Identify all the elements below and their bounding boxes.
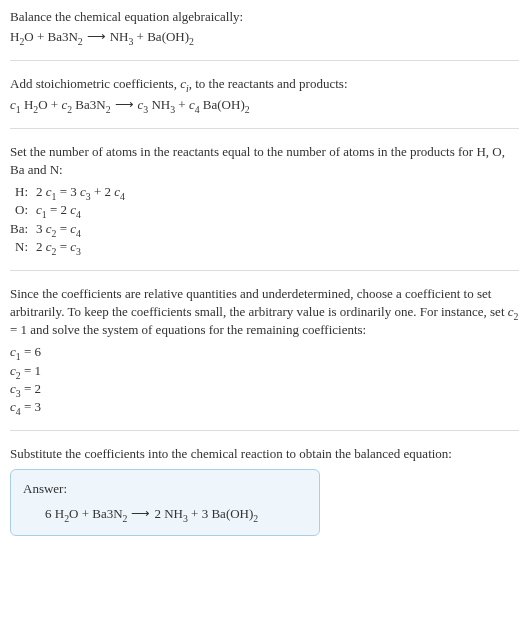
answer-intro: Substitute the coefficients into the che… bbox=[10, 445, 519, 463]
section-solve: Since the coefficients are relative quan… bbox=[10, 285, 519, 431]
table-row: H: 2 c1 = 3 c3 + 2 c4 bbox=[10, 183, 131, 201]
coefficients-text: Add stoichiometric coefficients, ci, to … bbox=[10, 75, 519, 93]
section-intro: Balance the chemical equation algebraica… bbox=[10, 8, 519, 61]
element-label: N: bbox=[10, 238, 36, 256]
table-row: N: 2 c2 = c3 bbox=[10, 238, 131, 256]
atom-balance-table: H: 2 c1 = 3 c3 + 2 c4 O: c1 = 2 c4 Ba: 3… bbox=[10, 183, 131, 256]
coeff-value: c4 = 3 bbox=[10, 398, 519, 416]
section-coefficients: Add stoichiometric coefficients, ci, to … bbox=[10, 75, 519, 128]
answer-box: Answer: 6 H2O + Ba3N2⟶2 NH3 + 3 Ba(OH)2 bbox=[10, 469, 320, 535]
element-label: O: bbox=[10, 201, 36, 219]
coeff-list: c1 = 6 c2 = 1 c3 = 2 c4 = 3 bbox=[10, 343, 519, 416]
atom-balance-text: Set the number of atoms in the reactants… bbox=[10, 143, 519, 179]
section-atom-balance: Set the number of atoms in the reactants… bbox=[10, 143, 519, 271]
text-frag: Add stoichiometric coefficients, bbox=[10, 76, 180, 91]
intro-text: Balance the chemical equation algebraica… bbox=[10, 8, 519, 26]
answer-equation: 6 H2O + Ba3N2⟶2 NH3 + 3 Ba(OH)2 bbox=[23, 505, 307, 523]
table-row: Ba: 3 c2 = c4 bbox=[10, 220, 131, 238]
element-label: H: bbox=[10, 183, 36, 201]
element-equation: 3 c2 = c4 bbox=[36, 220, 131, 238]
section-answer: Substitute the coefficients into the che… bbox=[10, 445, 519, 550]
element-equation: 2 c2 = c3 bbox=[36, 238, 131, 256]
element-equation: c1 = 2 c4 bbox=[36, 201, 131, 219]
equation-with-coeffs: c1 H2O + c2 Ba3N2⟶c3 NH3 + c4 Ba(OH)2 bbox=[10, 96, 519, 114]
coeff-value: c2 = 1 bbox=[10, 362, 519, 380]
coeff-value: c1 = 6 bbox=[10, 343, 519, 361]
text-frag: , to the reactants and products: bbox=[189, 76, 348, 91]
equation-unbalanced: H2O + Ba3N2⟶NH3 + Ba(OH)2 bbox=[10, 28, 519, 46]
table-row: O: c1 = 2 c4 bbox=[10, 201, 131, 219]
element-equation: 2 c1 = 3 c3 + 2 c4 bbox=[36, 183, 131, 201]
element-label: Ba: bbox=[10, 220, 36, 238]
coeff-value: c3 = 2 bbox=[10, 380, 519, 398]
solve-text: Since the coefficients are relative quan… bbox=[10, 285, 519, 340]
answer-label: Answer: bbox=[23, 480, 307, 498]
